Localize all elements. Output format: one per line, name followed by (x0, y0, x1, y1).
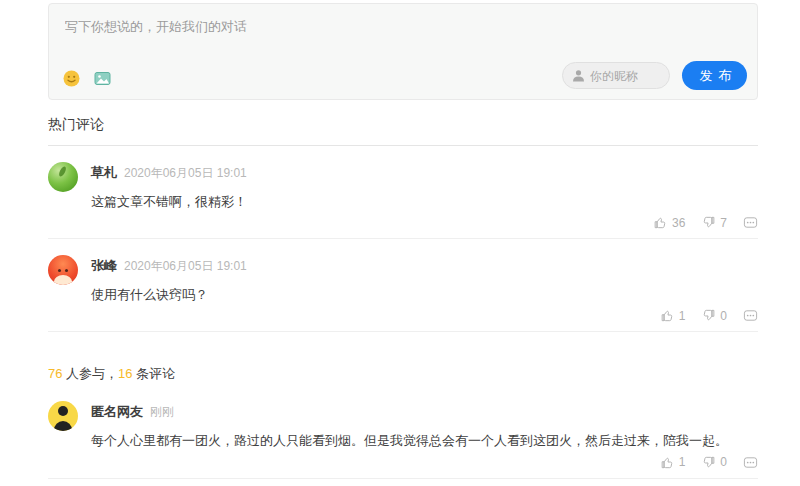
hot-comments-list: 草札 2020年06月05日 19:01 这篇文章不错啊，很精彩！ 36 7 (48, 146, 758, 332)
comment-head: 匿名网友 刚刚 (91, 403, 758, 421)
comment-actions: 1 0 (91, 455, 758, 470)
avatar (48, 255, 78, 285)
participants-label: 人参与， (62, 366, 118, 381)
comment-bubble-icon (743, 308, 758, 323)
comment-time: 2020年06月05日 19:01 (124, 258, 247, 275)
composer-actions: 发布 (562, 61, 747, 90)
reply-button[interactable] (743, 308, 758, 323)
comment-time: 刚刚 (150, 404, 174, 421)
thumb-down-icon (701, 215, 716, 230)
comments-label: 条评论 (133, 366, 176, 381)
publish-button[interactable]: 发布 (682, 61, 747, 90)
like-button[interactable]: 36 (653, 215, 685, 230)
like-count: 1 (679, 455, 686, 469)
comment-content: 使用有什么诀窍吗？ (91, 286, 758, 304)
user-icon (572, 69, 585, 82)
comment-widget: 发布 热门评论 草札 2020年06月05日 19:01 这篇文章不错啊，很精彩… (48, 0, 758, 486)
comment-item: 菲尔丁 2小时前 如果你把金钱当成上帝，它便会像魔鬼一样折磨你。 1 0 (48, 479, 758, 486)
comment-stats: 76 人参与，16 条评论 (48, 365, 758, 383)
thumb-down-icon (701, 308, 716, 323)
thumb-up-icon (660, 455, 675, 470)
comment-content: 每个人心里都有一团火，路过的人只能看到烟。但是我觉得总会有一个人看到这团火，然后… (91, 432, 758, 450)
avatar (48, 162, 78, 192)
commenter-name: 草札 (91, 164, 117, 182)
comment-actions: 36 7 (91, 215, 758, 230)
comment-head: 草札 2020年06月05日 19:01 (91, 164, 758, 182)
comment-body: 匿名网友 刚刚 每个人心里都有一团火，路过的人只能看到烟。但是我觉得总会有一个人… (91, 401, 758, 469)
comment-content: 这篇文章不错啊，很精彩！ (91, 193, 758, 211)
thumb-up-icon (653, 215, 668, 230)
dislike-button[interactable]: 0 (701, 308, 727, 323)
like-button[interactable]: 1 (660, 308, 686, 323)
comments-count: 16 (118, 366, 132, 381)
comment-item: 草札 2020年06月05日 19:01 这篇文章不错啊，很精彩！ 36 7 (48, 146, 758, 239)
nickname-field-wrap (562, 62, 670, 89)
comment-head: 张峰 2020年06月05日 19:01 (91, 257, 758, 275)
comment-textarea[interactable] (65, 18, 741, 60)
thumb-up-icon (660, 308, 675, 323)
dislike-button[interactable]: 0 (701, 455, 727, 470)
composer-toolbar (63, 70, 111, 87)
comment-time: 2020年06月05日 19:01 (124, 165, 247, 182)
comment-body: 张峰 2020年06月05日 19:01 使用有什么诀窍吗？ 1 0 (91, 255, 758, 323)
dislike-count: 0 (720, 309, 727, 323)
dislike-button[interactable]: 7 (701, 215, 727, 230)
like-count: 36 (672, 216, 685, 230)
reply-button[interactable] (743, 455, 758, 470)
comment-item: 张峰 2020年06月05日 19:01 使用有什么诀窍吗？ 1 0 (48, 239, 758, 332)
all-comments-list: 匿名网友 刚刚 每个人心里都有一团火，路过的人只能看到烟。但是我觉得总会有一个人… (48, 385, 758, 486)
avatar (48, 401, 78, 431)
image-icon[interactable] (94, 70, 111, 87)
emoji-icon[interactable] (63, 70, 80, 87)
comment-bubble-icon (743, 455, 758, 470)
reply-button[interactable] (743, 215, 758, 230)
comment-bubble-icon (743, 215, 758, 230)
commenter-name: 张峰 (91, 257, 117, 275)
like-button[interactable]: 1 (660, 455, 686, 470)
dislike-count: 7 (720, 216, 727, 230)
commenter-name: 匿名网友 (91, 403, 143, 421)
comment-item: 匿名网友 刚刚 每个人心里都有一团火，路过的人只能看到烟。但是我觉得总会有一个人… (48, 385, 758, 478)
comment-composer: 发布 (48, 3, 758, 100)
dislike-count: 0 (720, 455, 727, 469)
hot-comments-title: 热门评论 (48, 116, 758, 146)
participants-count: 76 (48, 366, 62, 381)
comment-actions: 1 0 (91, 308, 758, 323)
comment-body: 草札 2020年06月05日 19:01 这篇文章不错啊，很精彩！ 36 7 (91, 162, 758, 230)
thumb-down-icon (701, 455, 716, 470)
like-count: 1 (679, 309, 686, 323)
